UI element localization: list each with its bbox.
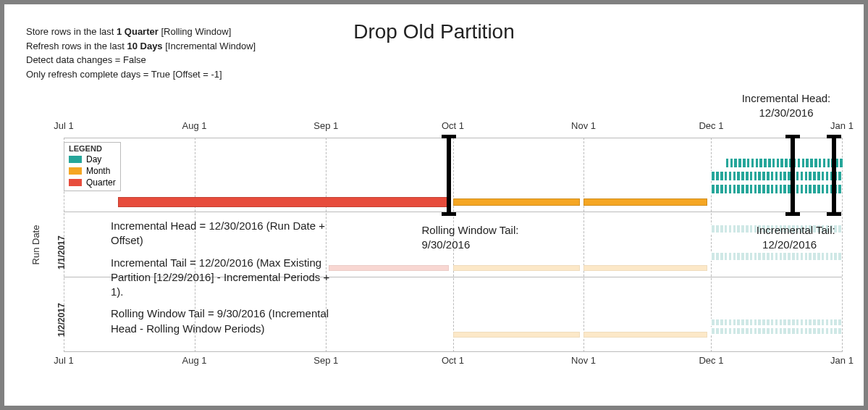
day-block [787, 327, 791, 335]
day-block [736, 184, 741, 194]
day-block [791, 319, 796, 326]
day-block [720, 327, 724, 335]
day-block [821, 327, 825, 335]
day-block [779, 319, 783, 326]
day-block [757, 184, 762, 194]
incremental-tail-marker [791, 135, 795, 216]
day-block [801, 158, 806, 168]
day-block [728, 225, 733, 233]
day-block [733, 171, 737, 181]
day-block [728, 327, 733, 335]
day-block [733, 225, 737, 233]
day-block [818, 158, 822, 168]
legend: LEGEND Day Month Quarter [64, 142, 121, 191]
hline [64, 351, 842, 352]
tick: Jul 1 [54, 355, 73, 366]
day-block [825, 171, 830, 181]
day-block [825, 327, 830, 335]
y-axis-title: Run Date [30, 225, 41, 265]
day-block [736, 252, 741, 261]
calc-line: Incremental Tail = 12/20/2016 (Max Exist… [111, 256, 335, 300]
day-block [839, 158, 843, 168]
day-block [724, 319, 728, 326]
day-block [772, 158, 776, 168]
day-block [821, 171, 825, 181]
day-block [711, 171, 715, 181]
day-block [745, 252, 749, 261]
gridline [842, 138, 843, 352]
diagram-frame: Store rows in the last 1 Quarter [Rollin… [4, 4, 864, 406]
day-block [754, 171, 758, 181]
swatch-quarter [69, 179, 82, 186]
day-block [776, 158, 780, 168]
day-block [838, 184, 842, 194]
day-block [825, 184, 830, 194]
day-block [745, 225, 749, 233]
day-block [749, 184, 754, 194]
day-block [711, 225, 715, 233]
day-block [804, 327, 809, 335]
day-block [754, 252, 758, 261]
day-block [724, 184, 728, 194]
swatch-day [69, 156, 82, 163]
day-block [770, 252, 775, 261]
day-block [812, 184, 817, 194]
day-block [796, 252, 800, 261]
day-block [715, 225, 720, 233]
day-block [808, 184, 812, 194]
tick: Aug 1 [182, 120, 207, 131]
day-block [715, 184, 720, 194]
day-block [833, 252, 838, 261]
tick: Oct 1 [442, 355, 464, 366]
day-block [749, 319, 754, 326]
day-block [775, 319, 779, 326]
day-block [779, 252, 783, 261]
day-block [751, 158, 755, 168]
day-block [766, 252, 770, 261]
day-block [720, 252, 724, 261]
day-block [838, 252, 842, 261]
day-block [715, 327, 720, 335]
day-block [742, 158, 746, 168]
month-bar [453, 198, 580, 206]
day-block [817, 184, 821, 194]
incremental-tail-annotation: Incremental Tail: 12/20/2016 [757, 223, 835, 251]
day-block [787, 319, 791, 326]
day-block [775, 327, 779, 335]
day-block [821, 319, 825, 326]
gridline [583, 138, 584, 352]
label: Month [86, 166, 110, 176]
day-block [741, 252, 745, 261]
day-block [827, 158, 831, 168]
day-block [724, 225, 728, 233]
day-block [733, 327, 737, 335]
legend-header: LEGEND [69, 144, 116, 153]
label: Rolling Window Tail: [422, 224, 519, 236]
day-block [825, 319, 830, 326]
day-block [779, 171, 783, 181]
day-block [749, 252, 754, 261]
calculation-text: Incremental Head = 12/30/2016 (Run Date … [111, 219, 335, 343]
day-block [817, 171, 821, 181]
page-title: Drop Old Partition [4, 20, 864, 43]
day-block [728, 319, 733, 326]
rolling-tail-annotation: Rolling Window Tail: 9/30/2016 [422, 223, 519, 251]
day-block [757, 327, 762, 335]
x-axis-bottom: Jul 1 Aug 1 Sep 1 Oct 1 Nov 1 Dec 1 Jan … [64, 352, 842, 369]
plot-region: LEGEND Day Month Quarter Rolling Window … [64, 138, 842, 352]
tick: Nov 1 [571, 120, 596, 131]
day-block [808, 327, 812, 335]
day-block [804, 319, 809, 326]
day-block [759, 158, 763, 168]
day-block [812, 252, 817, 261]
day-block [825, 252, 830, 261]
day-block [783, 327, 787, 335]
day-block [817, 252, 821, 261]
day-block [725, 158, 730, 168]
month-bar-faded [583, 332, 707, 338]
tick: Oct 1 [442, 120, 464, 131]
day-block [749, 171, 754, 181]
day-block [720, 319, 724, 326]
day-block [783, 184, 787, 194]
day-block [800, 171, 804, 181]
